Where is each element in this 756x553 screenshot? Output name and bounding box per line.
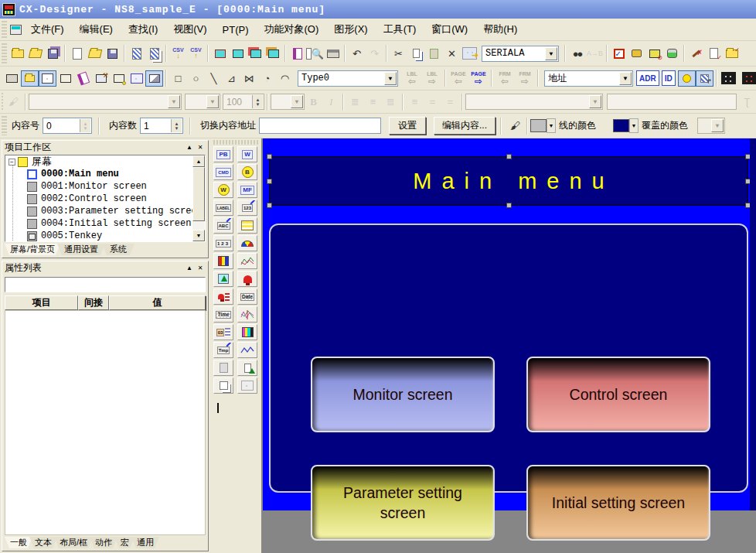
font-color-combo[interactable]: ▼ bbox=[271, 94, 305, 110]
monitor-screen-button[interactable]: Monitor screen bbox=[311, 357, 495, 432]
cut-icon[interactable]: ✂ bbox=[390, 46, 407, 62]
valign-bottom-icon[interactable]: = bbox=[441, 94, 459, 110]
edit-content-button[interactable]: 编辑内容... bbox=[434, 117, 495, 135]
menu-functional-objects[interactable]: 功能对象(O) bbox=[257, 20, 327, 39]
shape-type-combo[interactable]: Type0▼ bbox=[298, 70, 398, 87]
label-next-icon[interactable]: LBL⇨ bbox=[422, 71, 442, 86]
control-screen-button[interactable]: Control screen bbox=[526, 357, 710, 432]
open-screen-icon[interactable] bbox=[86, 46, 104, 62]
scroll-down-icon[interactable]: ▼ bbox=[192, 230, 205, 241]
label-text-combo[interactable]: ▼ bbox=[465, 94, 603, 110]
document-display-icon[interactable] bbox=[237, 360, 257, 376]
menu-help[interactable]: 帮助(H) bbox=[475, 20, 525, 39]
system-setting-combo[interactable]: SERIALA▼ bbox=[482, 46, 559, 62]
format-brush-icon[interactable]: 🖌 bbox=[5, 94, 22, 110]
time-object-icon[interactable]: Time bbox=[213, 306, 233, 323]
tab-common-settings[interactable]: 通用设置 bbox=[57, 244, 105, 255]
grid-settings-icon[interactable] bbox=[128, 70, 145, 87]
menu-pt[interactable]: PT(P) bbox=[215, 22, 257, 38]
menu-window[interactable]: 窗口(W) bbox=[424, 20, 475, 39]
video-display-icon[interactable] bbox=[237, 324, 257, 340]
selection-handle[interactable] bbox=[506, 203, 512, 208]
tree-root-row[interactable]: − 屏幕 bbox=[5, 155, 205, 168]
address-display-combo[interactable]: 地址▼ bbox=[544, 70, 633, 87]
alarm-display-icon[interactable] bbox=[237, 271, 257, 287]
string-display-icon[interactable]: ABC bbox=[213, 217, 233, 234]
word-button-icon[interactable]: W bbox=[237, 146, 257, 162]
switch-address-input[interactable] bbox=[259, 118, 381, 134]
tab-action[interactable]: 动作 bbox=[90, 537, 117, 548]
broken-line-graph-icon[interactable] bbox=[237, 253, 257, 269]
valign-top-icon[interactable]: ≡ bbox=[406, 94, 424, 110]
open-project-icon[interactable] bbox=[26, 46, 44, 62]
library-window-icon[interactable] bbox=[74, 70, 92, 87]
tab-common[interactable]: 通用 bbox=[131, 537, 159, 548]
screen-editor-canvas[interactable]: Main menu Monitor screen Control screen … bbox=[261, 138, 756, 553]
print-preview-icon[interactable]: 🔍 bbox=[306, 46, 324, 62]
on-off-button-icon[interactable]: PB bbox=[213, 146, 233, 162]
panel-close-icon[interactable]: ✕ bbox=[195, 142, 206, 152]
tab-system[interactable]: 系统 bbox=[102, 244, 135, 255]
ellipse-tool-icon[interactable]: ○ bbox=[187, 70, 205, 87]
parameter-setting-screen-button[interactable]: Parameter setting screen bbox=[311, 465, 495, 541]
column-item[interactable]: 项目 bbox=[5, 295, 78, 310]
word-lamp-icon[interactable]: W bbox=[213, 182, 233, 198]
title-banner[interactable]: Main menu bbox=[269, 156, 748, 206]
property-object-box[interactable] bbox=[5, 277, 206, 292]
edit-background-icon[interactable] bbox=[145, 70, 163, 87]
thumbwheel-icon[interactable]: 123 bbox=[213, 235, 233, 251]
tree-screen-0002[interactable]: 0002:Control screen bbox=[5, 193, 205, 205]
check-folder-icon[interactable]: ✓ bbox=[723, 46, 741, 62]
tab-text[interactable]: 文本 bbox=[29, 537, 57, 548]
level-meter-icon[interactable] bbox=[213, 253, 233, 269]
resource-report-icon[interactable] bbox=[663, 46, 681, 62]
csv-import-icon[interactable]: CSV↑ bbox=[187, 46, 205, 62]
simulate-lamp-icon[interactable] bbox=[678, 70, 696, 87]
label-edit-box[interactable] bbox=[607, 94, 737, 110]
disabled-color-combo[interactable]: ▼ bbox=[697, 118, 725, 134]
selection-handle[interactable] bbox=[267, 179, 272, 184]
toolbar-grip[interactable] bbox=[2, 43, 7, 63]
rectangle-tool-icon[interactable]: □ bbox=[169, 70, 187, 87]
menubar-grip[interactable] bbox=[2, 21, 7, 38]
transfer-to-pt-icon[interactable] bbox=[211, 46, 229, 62]
export-icon[interactable] bbox=[145, 46, 163, 62]
panel-close-icon[interactable]: ✕ bbox=[195, 263, 206, 272]
data-block-table-icon[interactable]: 03 bbox=[213, 324, 233, 340]
menu-view[interactable]: 视图(V) bbox=[165, 20, 214, 39]
line-color-dropdown[interactable]: ▼ bbox=[547, 118, 556, 133]
replace-icon[interactable]: A→B bbox=[586, 46, 604, 62]
align-right-icon[interactable]: ≣ bbox=[382, 94, 400, 110]
csv-export-icon[interactable]: CSV↓ bbox=[169, 46, 187, 62]
save-all-icon[interactable] bbox=[44, 46, 62, 62]
transfer-compare-icon[interactable] bbox=[247, 46, 264, 62]
toggle-window-icon[interactable] bbox=[3, 70, 21, 87]
output-window-icon[interactable] bbox=[110, 70, 128, 87]
switch-state-icon[interactable]: ↱ bbox=[696, 70, 713, 87]
report-object-icon[interactable] bbox=[213, 360, 233, 376]
cover-color-swatch[interactable] bbox=[613, 119, 629, 132]
numeral-display-icon[interactable]: 123 bbox=[237, 200, 257, 216]
tree-scrollbar[interactable]: ▲ ▼ bbox=[192, 155, 205, 241]
grid-snap-icon[interactable] bbox=[741, 70, 756, 87]
menu-graphics[interactable]: 图形(X) bbox=[326, 20, 375, 39]
arrange-icon[interactable]: ➜ bbox=[461, 46, 478, 62]
frame-prev-icon[interactable]: FRM⇦ bbox=[495, 71, 515, 86]
apply-label-icon[interactable]: Ʈ bbox=[738, 94, 756, 110]
transfer-card-icon[interactable] bbox=[264, 46, 282, 62]
panel-collapse-icon[interactable]: ▲ bbox=[184, 263, 195, 272]
tree-expander-icon[interactable]: − bbox=[9, 159, 15, 166]
build-icon[interactable]: ✗ bbox=[687, 46, 705, 62]
tree-screen-0003[interactable]: 0003:Parameter setting screen bbox=[5, 205, 205, 217]
property-list-toggle-icon[interactable] bbox=[39, 70, 56, 87]
list-selection-icon[interactable] bbox=[237, 217, 257, 234]
delete-screens-icon[interactable]: ⊘ bbox=[645, 46, 663, 62]
paste-icon[interactable] bbox=[425, 46, 443, 62]
delete-icon[interactable]: ✕ bbox=[443, 46, 461, 62]
align-left-icon[interactable]: ≣ bbox=[346, 94, 364, 110]
menu-find[interactable]: 查找(I) bbox=[121, 20, 165, 39]
menu-file[interactable]: 文件(F) bbox=[23, 20, 72, 39]
font-size-combo[interactable]: ▼ bbox=[185, 94, 220, 110]
menu-tools[interactable]: 工具(T) bbox=[376, 20, 424, 39]
new-project-icon[interactable] bbox=[9, 46, 26, 62]
